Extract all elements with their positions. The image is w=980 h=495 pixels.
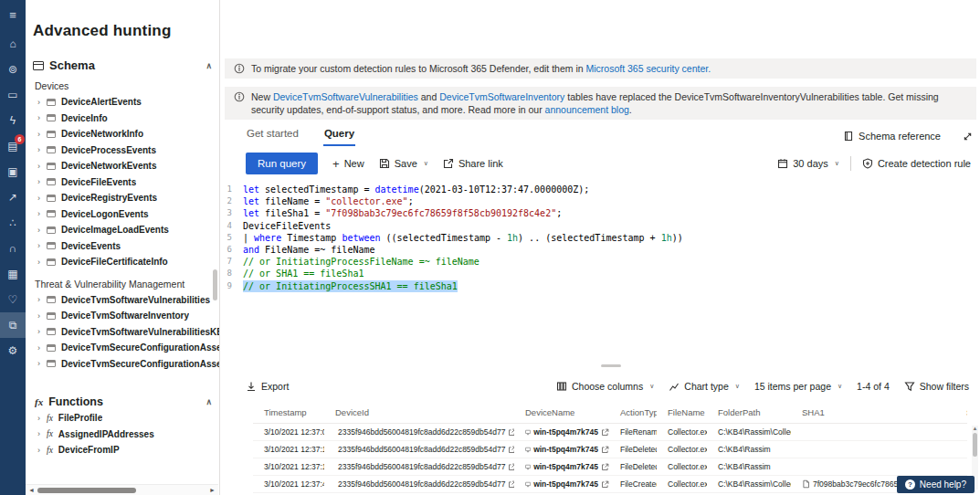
code-line[interactable]: 1let selectedTimestamp = datetime(2021-0… [221,184,973,195]
schema-table-item[interactable]: ›DeviceTvmSoftwareVulnerabilitiesKB [26,324,219,341]
alerts-queue-icon[interactable]: ▤6 [0,133,26,159]
editor-resize-handle[interactable] [601,364,621,367]
table-row[interactable]: 3/10/2021 12:37:002335f946bdd56004819fc8… [253,424,967,441]
schema-table-item[interactable]: ›DeviceNetworkInfo [26,126,219,142]
code-line[interactable]: 6and FileName =~ fileName [221,244,973,256]
chevron-right-icon[interactable]: › [37,98,47,107]
tab-query[interactable]: Query [323,124,355,146]
chevron-right-icon[interactable]: › [37,446,47,455]
items-per-page-dropdown[interactable]: 15 items per page ∨ [754,381,842,392]
chevron-up-icon[interactable]: ∧ [205,61,212,70]
chevron-right-icon[interactable]: › [37,130,47,139]
scrollbar-thumb[interactable] [37,488,136,493]
save-button[interactable]: Save ∨ [379,158,428,169]
secure-score-icon[interactable]: ⊚ [0,57,26,82]
chevron-right-icon[interactable]: › [37,359,47,368]
partners-icon[interactable]: ♡ [0,287,26,312]
schema-table-item[interactable]: ›DeviceTvmSoftwareVulnerabilities [26,292,219,309]
software-inventory-icon[interactable]: ▦ [0,261,26,287]
need-help-button[interactable]: ? Need help? [897,476,975,493]
banner-link[interactable]: announcement blog [545,104,629,115]
chevron-right-icon[interactable]: › [37,327,47,336]
chevron-right-icon[interactable]: › [37,295,47,304]
function-item[interactable]: ›fxFileProfile [26,410,219,427]
expand-view-icon[interactable] [963,132,973,142]
table-row[interactable]: 3/10/2021 12:37:472335f946bdd56004819fc8… [253,476,967,493]
banner-link[interactable]: DeviceTvmSoftwareInventory [439,91,564,102]
column-header-sha1[interactable]: SHA1 [791,407,955,417]
chevron-right-icon[interactable]: › [37,209,47,218]
schema-reference-button[interactable]: Schema reference [843,131,941,142]
show-filters-button[interactable]: Show filters [904,381,969,392]
chevron-right-icon[interactable]: › [37,113,47,122]
chevron-right-icon[interactable]: › [37,311,47,321]
code-line[interactable]: 3let fileSha1 = "7f098bab3c79ec6fc78659f… [221,207,973,219]
scroll-left-arrow-icon[interactable]: ◄ [28,487,35,493]
chevron-right-icon[interactable]: › [37,226,47,235]
chevron-right-icon[interactable]: › [37,343,47,353]
settings-icon[interactable]: ⚙ [0,338,26,363]
scrollbar-thumb[interactable] [973,433,977,457]
dashboards-icon[interactable]: ⌂ [0,31,26,57]
column-header-actiontype[interactable]: ActionType [609,407,657,417]
share-link-button[interactable]: Share link [443,158,503,169]
automated-investigations-icon[interactable]: ϟ [0,108,26,133]
function-item[interactable]: ›fxAssignedIPAddresses [26,427,219,443]
banner-link[interactable]: Microsoft 365 security center. [586,63,711,74]
schema-table-item[interactable]: ›DeviceImageLoadEvents [26,222,219,238]
schema-table-item[interactable]: ›DeviceAlertEvents [26,94,219,111]
time-range-dropdown[interactable]: 30 days ∨ [777,158,839,169]
action-center-icon[interactable]: ▣ [0,159,26,184]
functions-section-header[interactable]: fx Functions ∧ [35,395,212,408]
schema-table-item[interactable]: ›DeviceLogonEvents [26,206,219,223]
tab-get-started[interactable]: Get started [246,124,300,146]
code-line[interactable]: 8// or SHA1 == fileSha1 [221,268,973,279]
column-header-folderpath[interactable]: FolderPath [707,407,791,417]
new-query-button[interactable]: + New [332,158,364,170]
reports-icon[interactable]: ↗ [0,184,26,210]
chevron-right-icon[interactable]: › [37,145,47,154]
sidebar-horizontal-scrollbar[interactable]: ◄ ► [26,484,218,495]
scroll-up-arrow-icon[interactable]: ▲ [972,426,978,431]
column-header-devicename[interactable]: DeviceName [514,407,609,417]
column-header-timestamp[interactable]: Timestamp [253,407,324,417]
banner-link[interactable]: DeviceTvmSoftwareVulnerabilities [273,91,418,102]
table-row[interactable]: 3/10/2021 12:37:162335f946bdd56004819fc8… [253,441,967,458]
schema-table-item[interactable]: ›DeviceProcessEvents [26,142,219,159]
chevron-right-icon[interactable]: › [37,258,47,267]
table-row[interactable]: 3/10/2021 12:37:162335f946bdd56004819fc8… [253,458,967,476]
code-line[interactable]: 9// or InitiatingProcessSHA1 == fileSha1 [221,280,973,292]
chart-type-dropdown[interactable]: Chart type ∨ [669,381,740,392]
chevron-right-icon[interactable]: › [37,414,47,423]
choose-columns-dropdown[interactable]: Choose columns ∨ [556,381,654,392]
function-item[interactable]: ›fxDeviceFromIP [26,442,219,458]
advanced-hunting-icon[interactable]: ⧉ [0,312,26,338]
chevron-right-icon[interactable]: › [37,162,47,171]
create-detection-rule-button[interactable]: Create detection rule [862,158,971,169]
schema-table-item[interactable]: ›DeviceRegistryEvents [26,190,219,206]
code-line[interactable]: 2let fileName = "collector.exe"; [221,195,973,207]
chevron-right-icon[interactable]: › [37,429,47,438]
scroll-right-arrow-icon[interactable]: ► [209,487,216,493]
code-line[interactable]: 5| where Timestamp between ((selectedTim… [221,232,973,244]
code-line[interactable]: 4DeviceFileEvents [221,220,973,232]
schema-table-item[interactable]: ›DeviceEvents [26,238,219,255]
chevron-right-icon[interactable]: › [37,194,47,203]
export-button[interactable]: Export [246,381,289,392]
hamburger-menu-icon[interactable]: ≡ [0,2,26,27]
column-header-deviceid[interactable]: DeviceId [324,407,514,417]
schema-table-item[interactable]: ›DeviceTvmSoftwareInventory [26,308,219,324]
learning-hub-icon[interactable]: ∩ [0,236,26,261]
schema-table-item[interactable]: ›DeviceFileCertificateInfo [26,254,219,270]
threat-analytics-icon[interactable]: ∴ [0,210,26,236]
schema-table-item[interactable]: ›DeviceTvmSecureConfigurationAssessment [26,340,219,356]
sidebar-vertical-scrollbar[interactable] [213,269,217,300]
chevron-up-icon[interactable]: ∧ [205,397,212,406]
query-editor[interactable]: 1let selectedTimestamp = datetime(2021-0… [221,179,973,363]
device-inventory-icon[interactable]: ▭ [0,82,26,108]
chevron-right-icon[interactable]: › [37,241,47,250]
schema-table-item[interactable]: ›DeviceTvmSecureConfigurationAssessmentK… [26,356,219,373]
chevron-right-icon[interactable]: › [37,177,47,186]
code-line[interactable]: 7// or InitiatingProcessFileName =~ file… [221,256,973,268]
column-header-s[interactable]: S [955,407,967,417]
